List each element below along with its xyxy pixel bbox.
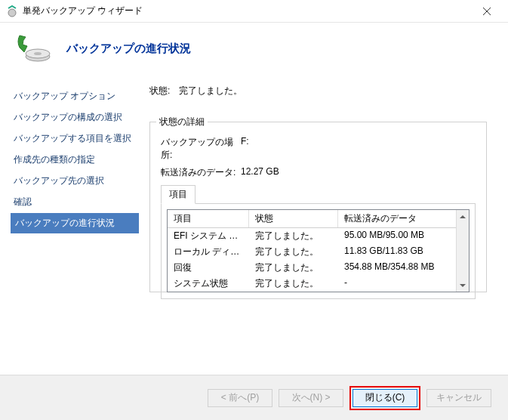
cell-state: 完了しました。 [249,261,338,275]
wizard-header: バックアップの進行状況 [0,23,508,80]
table-row[interactable]: 回復 完了しました。 354.88 MB/354.88 MB [168,260,469,276]
sidebar-item-select-items[interactable]: バックアップする項目を選択 [11,128,139,149]
cell-state: 完了しました。 [249,229,338,243]
close-highlight: 閉じる(C) [349,386,420,410]
window-title: 単発バックアップ ウィザード [23,5,472,17]
backup-location-value: F: [241,136,249,162]
table-header: 項目 状態 転送済みのデータ [168,210,469,228]
sidebar-item-dest-type[interactable]: 作成先の種類の指定 [11,150,139,170]
table-body: EFI システム パー... 完了しました。 95.00 MB/95.00 MB… [168,228,469,292]
wizard-steps-sidebar: バックアップ オプション バックアップの構成の選択 バックアップする項目を選択 … [0,80,139,367]
cancel-button: キャンセル [426,389,491,407]
cell-state: 完了しました。 [249,245,338,259]
table-row[interactable]: ローカル ディスク ... 完了しました。 11.83 GB/11.83 GB [168,244,469,260]
backup-location-row: バックアップの場所: F: [161,136,476,162]
next-button: 次へ(N) > [279,389,343,407]
table-row[interactable]: EFI システム パー... 完了しました。 95.00 MB/95.00 MB [168,228,469,244]
wizard-footer: < 前へ(P) 次へ(N) > 閉じる(C) キャンセル [0,375,508,420]
table-row[interactable]: システム状態 完了しました。 - [168,276,469,292]
sidebar-item-options[interactable]: バックアップ オプション [11,86,139,107]
page-title: バックアップの進行状況 [66,42,191,56]
content-area: バックアップ オプション バックアップの構成の選択 バックアップする項目を選択 … [0,80,508,367]
scroll-down-button[interactable] [457,279,469,292]
sidebar-item-progress[interactable]: バックアップの進行状況 [11,213,139,233]
transferred-value: 12.27 GB [241,166,279,179]
tab-strip: 項目 [161,185,476,204]
cell-transferred: 354.88 MB/354.88 MB [338,261,469,275]
svg-point-0 [8,9,16,17]
sidebar-item-confirm[interactable]: 確認 [11,192,139,212]
sidebar-item-config[interactable]: バックアップの構成の選択 [11,107,139,128]
window-close-button[interactable] [472,0,502,22]
main-panel: 状態: 完了しました。 状態の詳細 バックアップの場所: F: 転送済みのデータ… [139,80,508,367]
items-table-container: 項目 状態 転送済みのデータ EFI システム パー... 完了しました。 95… [161,204,476,299]
table-row[interactable]: ベア メタル回復 完了しました。 - [168,292,469,292]
prev-button: < 前へ(P) [208,389,272,407]
close-button[interactable]: 閉じる(C) [353,389,417,407]
cell-item: EFI システム パー... [168,229,249,243]
sidebar-item-dest-select[interactable]: バックアップ先の選択 [11,171,139,191]
app-icon [6,5,18,17]
cell-transferred: 95.00 MB/95.00 MB [338,229,469,243]
scroll-track[interactable] [457,223,469,279]
vertical-scrollbar[interactable] [456,210,469,292]
status-details-legend: 状態の詳細 [156,116,208,128]
transferred-label: 転送済みのデータ: [161,166,241,179]
titlebar: 単発バックアップ ウィザード [0,0,508,23]
cell-transferred: - [338,276,469,291]
cell-item: 回復 [168,261,249,275]
scroll-up-button[interactable] [457,210,469,223]
status-value: 完了しました。 [179,85,242,96]
col-transferred[interactable]: 転送済みのデータ [338,210,469,227]
col-state[interactable]: 状態 [249,210,338,227]
svg-point-3 [34,52,42,55]
backup-icon [15,32,51,64]
col-item[interactable]: 項目 [168,210,249,227]
status-details-group: 状態の詳細 バックアップの場所: F: 転送済みのデータ: 12.27 GB 項… [149,116,487,292]
status-line: 状態: 完了しました。 [149,85,487,97]
cell-state: 完了しました。 [249,276,338,291]
cell-item: システム状態 [168,276,249,291]
cell-transferred: 11.83 GB/11.83 GB [338,245,469,259]
cell-item: ローカル ディスク ... [168,245,249,259]
transferred-row: 転送済みのデータ: 12.27 GB [161,166,476,179]
status-label: 状態: [149,85,170,97]
tab-items[interactable]: 項目 [161,185,196,204]
backup-location-label: バックアップの場所: [161,136,241,162]
